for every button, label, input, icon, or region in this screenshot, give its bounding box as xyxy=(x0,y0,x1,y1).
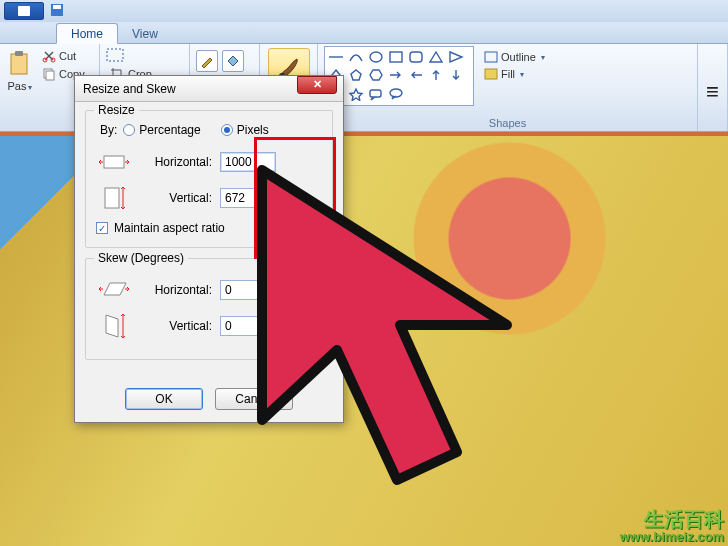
resize-vertical-input[interactable] xyxy=(220,188,276,208)
dialog-titlebar[interactable]: Resize and Skew ✕ xyxy=(75,76,343,102)
skew-fieldset: Skew (Degrees) Horizontal: Vertical: xyxy=(85,258,333,360)
dialog-close-button[interactable]: ✕ xyxy=(297,76,337,94)
skew-vertical-input[interactable] xyxy=(220,316,276,336)
pixels-radio[interactable]: Pixels xyxy=(221,123,269,137)
fill-button[interactable]: Fill xyxy=(480,67,549,81)
tab-home[interactable]: Home xyxy=(56,23,118,44)
svg-point-14 xyxy=(370,52,382,62)
size-icon[interactable]: ≡ xyxy=(706,79,719,105)
svg-rect-2 xyxy=(53,5,61,9)
resize-skew-dialog: Resize and Skew ✕ Resize By: Percentage … xyxy=(74,75,344,423)
by-label: By: xyxy=(100,123,117,137)
svg-rect-15 xyxy=(390,52,402,62)
group-size: ≡ xyxy=(698,44,728,131)
ok-button[interactable]: OK xyxy=(125,388,203,410)
svg-point-18 xyxy=(390,89,402,97)
paste-label: Pas xyxy=(6,80,34,92)
quick-save-icon[interactable] xyxy=(50,3,64,19)
resize-legend: Resize xyxy=(94,103,139,117)
tab-view[interactable]: View xyxy=(118,24,172,43)
resize-horizontal-input[interactable] xyxy=(220,152,276,172)
maintain-aspect-label: Maintain aspect ratio xyxy=(114,221,225,235)
title-bar xyxy=(0,0,728,22)
app-menu-button[interactable] xyxy=(4,2,44,20)
watermark: 生活百科 www.bimeiz.com xyxy=(620,509,724,544)
skew-horizontal-input[interactable] xyxy=(220,280,276,300)
group-shapes: Outline Fill Shapes xyxy=(318,44,698,131)
resize-v-label: Vertical: xyxy=(140,191,212,205)
select-button[interactable] xyxy=(106,48,183,64)
resize-fieldset: Resize By: Percentage Pixels Horizontal:… xyxy=(85,110,333,248)
svg-rect-19 xyxy=(485,52,497,62)
dialog-title: Resize and Skew xyxy=(83,82,176,96)
pencil-tool[interactable] xyxy=(196,50,218,72)
shapes-gallery[interactable] xyxy=(324,46,474,106)
svg-rect-21 xyxy=(104,156,124,168)
shapes-group-label: Shapes xyxy=(318,117,697,129)
svg-rect-16 xyxy=(410,52,422,62)
svg-rect-22 xyxy=(105,188,119,208)
fill-tool[interactable] xyxy=(222,50,244,72)
paste-button[interactable]: Pas xyxy=(6,50,34,92)
outline-label: Outline xyxy=(501,51,536,63)
cancel-button[interactable]: Cancel xyxy=(215,388,293,410)
skew-v-icon xyxy=(96,311,132,341)
ribbon-tabs: Home View xyxy=(0,22,728,44)
svg-rect-0 xyxy=(18,6,30,16)
maintain-aspect-checkbox[interactable]: ✓ xyxy=(96,222,108,234)
outline-button[interactable]: Outline xyxy=(480,50,549,64)
skew-v-label: Vertical: xyxy=(140,319,212,333)
skew-h-icon xyxy=(96,275,132,305)
skew-legend: Skew (Degrees) xyxy=(94,251,188,265)
resize-h-icon xyxy=(96,147,132,177)
percentage-radio[interactable]: Percentage xyxy=(123,123,200,137)
resize-v-icon xyxy=(96,183,132,213)
svg-rect-17 xyxy=(370,90,381,97)
watermark-title: 生活百科 xyxy=(620,509,724,530)
fill-label: Fill xyxy=(501,68,515,80)
cut-label: Cut xyxy=(59,50,76,62)
resize-h-label: Horizontal: xyxy=(140,155,212,169)
svg-rect-9 xyxy=(107,49,123,61)
watermark-url: www.bimeiz.com xyxy=(620,530,724,544)
svg-rect-3 xyxy=(11,54,27,74)
svg-rect-4 xyxy=(15,51,23,56)
svg-rect-8 xyxy=(46,71,54,80)
skew-h-label: Horizontal: xyxy=(140,283,212,297)
cut-button[interactable]: Cut xyxy=(38,48,89,64)
svg-rect-20 xyxy=(485,69,497,79)
